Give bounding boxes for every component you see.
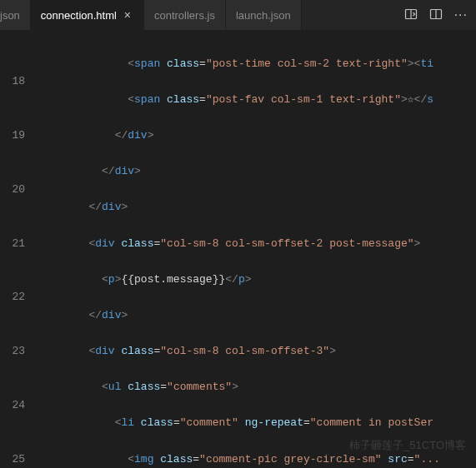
- tail: ...: [420, 453, 439, 466]
- tab-label: connection.html: [41, 9, 117, 22]
- attr-value: comment-pic grey-circle-sm: [206, 453, 375, 466]
- code-content[interactable]: <span class="post-time col-sm-2 text-rig…: [37, 30, 476, 468]
- line-number: 20: [0, 181, 25, 199]
- expr: {{post.message}}: [121, 273, 225, 286]
- tail: s: [427, 93, 433, 106]
- more-actions-icon[interactable]: ···: [454, 7, 468, 22]
- line-number: 22: [0, 288, 25, 306]
- attr-value: comment in postSer: [317, 416, 433, 429]
- tab-label: launch.json: [236, 9, 291, 22]
- line-number: 24: [0, 396, 25, 415]
- tail: ti: [420, 57, 433, 70]
- tab-connection-html[interactable]: connection.html ×: [31, 0, 144, 30]
- attr-value: post-fav col-sm-1 text-right: [213, 93, 394, 106]
- line-number: 19: [0, 127, 25, 145]
- attr-value: comment: [187, 416, 233, 429]
- line-number: 23: [0, 342, 25, 361]
- attr-value: col-sm-8 col-sm-offset-2 post-message: [167, 237, 408, 250]
- tab-controllers-js[interactable]: controllers.js: [144, 0, 226, 30]
- tab-bar: json connection.html × controllers.js la…: [0, 0, 476, 30]
- code-editor[interactable]: 18 19 20 21 22 23 24 25 26 27 28 29 30 3…: [0, 30, 476, 468]
- attr-value: post-time col-sm-2 text-right: [213, 57, 401, 70]
- tab-json-truncated[interactable]: json: [0, 0, 31, 30]
- line-number: 25: [0, 451, 25, 468]
- star: ☆: [408, 93, 414, 106]
- tab-launch-json[interactable]: launch.json: [226, 0, 302, 30]
- attr-value: comments: [173, 381, 225, 393]
- split-editor-icon[interactable]: [429, 7, 443, 23]
- close-icon[interactable]: ×: [122, 9, 133, 21]
- line-number: 18: [0, 72, 25, 91]
- attr-value: col-sm-8 col-sm-offset-3: [167, 345, 323, 357]
- preview-icon[interactable]: [404, 7, 418, 23]
- line-number-gutter: 18 19 20 21 22 23 24 25 26 27 28 29 30 3…: [0, 30, 37, 468]
- tab-label: json: [0, 9, 20, 22]
- line-number: 21: [0, 235, 25, 253]
- editor-actions: ···: [396, 0, 476, 30]
- tab-label: controllers.js: [154, 9, 215, 22]
